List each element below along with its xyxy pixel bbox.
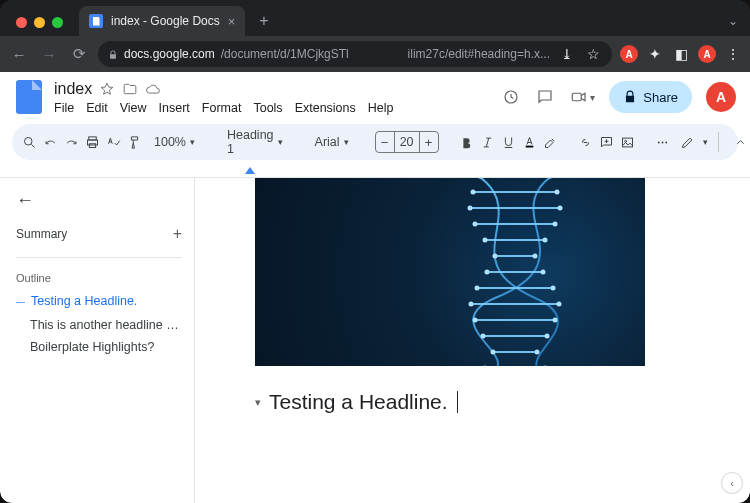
text-color-button[interactable] <box>522 130 537 154</box>
cloud-status-icon[interactable] <box>145 81 161 97</box>
tab-title: index - Google Docs <box>111 14 220 28</box>
nav-reload-button[interactable]: ⟳ <box>68 43 90 65</box>
search-icon[interactable] <box>22 130 37 154</box>
dash-icon: — <box>16 294 25 310</box>
heading-text[interactable]: Testing a Headline. <box>269 390 448 414</box>
highlight-color-button[interactable] <box>543 130 558 154</box>
extensions-puzzle-icon[interactable]: ✦ <box>646 45 664 63</box>
lock-icon <box>108 49 118 59</box>
docs-logo-icon[interactable] <box>14 78 44 116</box>
svg-point-28 <box>555 190 560 195</box>
outline-label: Outline <box>16 266 182 290</box>
new-tab-button[interactable]: + <box>253 12 274 36</box>
menu-format[interactable]: Format <box>202 101 242 115</box>
browser-window: index - Google Docs × + ⌄ ← → ⟳ docs.goo… <box>0 0 750 503</box>
undo-button[interactable] <box>43 130 58 154</box>
increase-font-button[interactable]: + <box>420 135 438 150</box>
redo-button[interactable] <box>64 130 79 154</box>
minimize-window-button[interactable] <box>34 17 45 28</box>
svg-point-47 <box>491 350 496 355</box>
app-header: index File Edit View Insert Format Tools… <box>0 72 750 116</box>
italic-button[interactable] <box>480 130 495 154</box>
font-size-input[interactable]: 20 <box>394 132 420 152</box>
svg-rect-6 <box>525 145 533 147</box>
menu-tools[interactable]: Tools <box>253 101 282 115</box>
collapse-heading-icon[interactable]: ▾ <box>255 396 261 409</box>
zoom-dropdown[interactable]: 100%▾ <box>148 135 201 149</box>
install-app-icon[interactable]: ⤓ <box>558 45 576 63</box>
chevron-down-icon: ▾ <box>703 137 708 147</box>
chevron-down-icon: ▾ <box>278 137 283 147</box>
bookmark-star-icon[interactable]: ☆ <box>584 45 602 63</box>
svg-point-42 <box>557 302 562 307</box>
paragraph-style-dropdown[interactable]: Heading 1▾ <box>221 128 289 156</box>
browser-tab[interactable]: index - Google Docs × <box>79 6 245 36</box>
bold-button[interactable] <box>459 130 474 154</box>
svg-point-43 <box>473 318 478 323</box>
outline-item[interactable]: This is another headline here f... <box>16 314 182 336</box>
browser-menu-icon[interactable]: ⋮ <box>724 45 742 63</box>
text-cursor <box>457 391 458 413</box>
paint-format-button[interactable] <box>127 130 142 154</box>
star-icon[interactable] <box>99 81 115 97</box>
menu-insert[interactable]: Insert <box>159 101 190 115</box>
maximize-window-button[interactable] <box>52 17 63 28</box>
explore-button[interactable]: ‹ <box>722 473 742 493</box>
google-docs-app: index File Edit View Insert Format Tools… <box>0 72 750 503</box>
sidepanel-icon[interactable]: ◧ <box>672 45 690 63</box>
spellcheck-button[interactable] <box>106 130 121 154</box>
hero-image[interactable] <box>255 178 645 366</box>
outline-item[interactable]: Boilerplate Highlights? <box>16 336 182 358</box>
collapse-outline-button[interactable]: ← <box>16 188 182 221</box>
more-tools-button[interactable] <box>655 130 670 154</box>
close-window-button[interactable] <box>16 17 27 28</box>
svg-point-31 <box>473 222 478 227</box>
url-field[interactable]: docs.google.com/document/d/1MCjkgSTl ili… <box>98 41 612 67</box>
svg-point-39 <box>475 286 480 291</box>
font-family-dropdown[interactable]: Arial▾ <box>309 135 355 149</box>
svg-point-36 <box>533 254 538 259</box>
nav-forward-button[interactable]: → <box>38 43 60 65</box>
menu-edit[interactable]: Edit <box>86 101 108 115</box>
outline-item-active[interactable]: — Testing a Headline. <box>16 290 182 314</box>
menu-extensions[interactable]: Extensions <box>295 101 356 115</box>
meet-dropdown[interactable]: ▾ <box>569 87 595 107</box>
document-canvas[interactable]: ▾ Testing a Headline. <box>195 178 750 503</box>
add-summary-button[interactable]: + <box>173 225 182 243</box>
insert-image-button[interactable] <box>620 130 635 154</box>
underline-button[interactable] <box>501 130 516 154</box>
left-indent-marker-icon[interactable] <box>245 167 255 174</box>
profile-a-icon[interactable]: A <box>698 45 716 63</box>
hide-menus-button[interactable] <box>729 130 750 154</box>
svg-point-48 <box>535 350 540 355</box>
svg-point-2 <box>25 137 33 145</box>
heading-block[interactable]: ▾ Testing a Headline. <box>255 390 716 414</box>
tab-overflow-icon[interactable]: ⌄ <box>716 14 750 36</box>
menu-file[interactable]: File <box>54 101 74 115</box>
svg-point-38 <box>541 270 546 275</box>
share-button[interactable]: Share <box>609 81 692 113</box>
move-folder-icon[interactable] <box>122 81 138 97</box>
font-size-stepper: − 20 + <box>375 131 439 153</box>
window-controls <box>12 17 71 36</box>
nav-back-button[interactable]: ← <box>8 43 30 65</box>
extension-a-icon[interactable]: A <box>620 45 638 63</box>
svg-point-41 <box>469 302 474 307</box>
svg-rect-5 <box>89 143 95 147</box>
menu-help[interactable]: Help <box>368 101 394 115</box>
insert-link-button[interactable] <box>578 130 593 154</box>
menu-view[interactable]: View <box>120 101 147 115</box>
editing-mode-dropdown[interactable]: ▾ <box>676 130 708 154</box>
add-comment-button[interactable] <box>599 130 614 154</box>
horizontal-ruler[interactable] <box>0 164 750 178</box>
comments-icon[interactable] <box>535 87 555 107</box>
svg-point-49 <box>483 366 488 367</box>
print-button[interactable] <box>85 130 100 154</box>
document-title[interactable]: index <box>54 80 92 98</box>
account-avatar[interactable]: A <box>706 82 736 112</box>
history-icon[interactable] <box>501 87 521 107</box>
divider <box>16 257 182 258</box>
svg-point-29 <box>468 206 473 211</box>
decrease-font-button[interactable]: − <box>376 135 394 150</box>
tab-close-icon[interactable]: × <box>228 15 236 28</box>
